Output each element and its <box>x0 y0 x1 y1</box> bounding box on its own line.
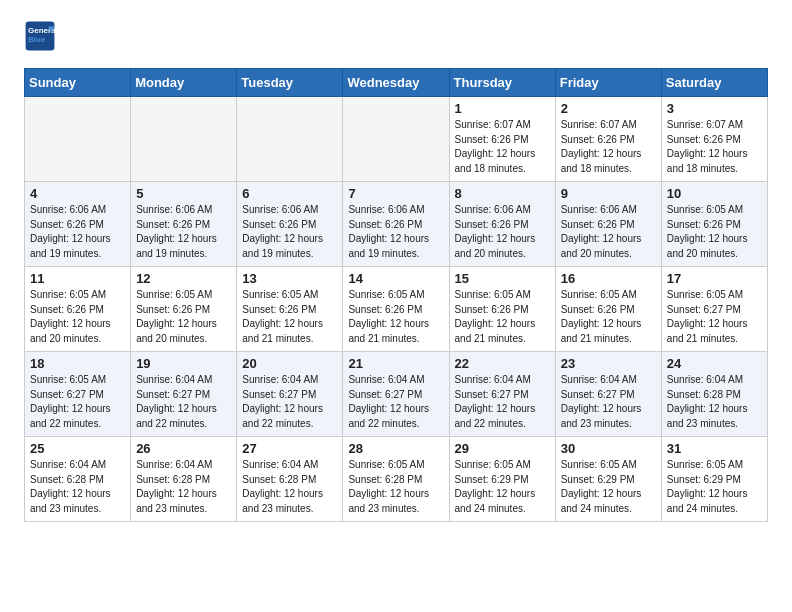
calendar-cell: 10Sunrise: 6:05 AMSunset: 6:26 PMDayligh… <box>661 182 767 267</box>
weekday-header-sunday: Sunday <box>25 69 131 97</box>
day-number: 8 <box>455 186 550 201</box>
calendar-cell: 18Sunrise: 6:05 AMSunset: 6:27 PMDayligh… <box>25 352 131 437</box>
day-info: Sunrise: 6:06 AMSunset: 6:26 PMDaylight:… <box>561 203 656 261</box>
logo: General Blue <box>24 20 60 52</box>
day-info: Sunrise: 6:04 AMSunset: 6:28 PMDaylight:… <box>30 458 125 516</box>
calendar-cell: 14Sunrise: 6:05 AMSunset: 6:26 PMDayligh… <box>343 267 449 352</box>
day-info: Sunrise: 6:06 AMSunset: 6:26 PMDaylight:… <box>455 203 550 261</box>
week-row-4: 18Sunrise: 6:05 AMSunset: 6:27 PMDayligh… <box>25 352 768 437</box>
day-info: Sunrise: 6:05 AMSunset: 6:26 PMDaylight:… <box>455 288 550 346</box>
day-number: 29 <box>455 441 550 456</box>
calendar-cell: 27Sunrise: 6:04 AMSunset: 6:28 PMDayligh… <box>237 437 343 522</box>
day-info: Sunrise: 6:06 AMSunset: 6:26 PMDaylight:… <box>242 203 337 261</box>
svg-text:Blue: Blue <box>28 35 46 44</box>
page: General Blue SundayMondayTuesdayWednesda… <box>0 0 792 542</box>
calendar-cell: 12Sunrise: 6:05 AMSunset: 6:26 PMDayligh… <box>131 267 237 352</box>
day-number: 4 <box>30 186 125 201</box>
day-number: 10 <box>667 186 762 201</box>
day-info: Sunrise: 6:05 AMSunset: 6:26 PMDaylight:… <box>667 203 762 261</box>
calendar-cell: 16Sunrise: 6:05 AMSunset: 6:26 PMDayligh… <box>555 267 661 352</box>
calendar-cell: 22Sunrise: 6:04 AMSunset: 6:27 PMDayligh… <box>449 352 555 437</box>
day-number: 6 <box>242 186 337 201</box>
day-number: 25 <box>30 441 125 456</box>
day-info: Sunrise: 6:04 AMSunset: 6:27 PMDaylight:… <box>242 373 337 431</box>
calendar-cell: 9Sunrise: 6:06 AMSunset: 6:26 PMDaylight… <box>555 182 661 267</box>
weekday-header-friday: Friday <box>555 69 661 97</box>
day-info: Sunrise: 6:05 AMSunset: 6:29 PMDaylight:… <box>455 458 550 516</box>
day-number: 31 <box>667 441 762 456</box>
calendar-cell: 5Sunrise: 6:06 AMSunset: 6:26 PMDaylight… <box>131 182 237 267</box>
day-number: 7 <box>348 186 443 201</box>
weekday-header-saturday: Saturday <box>661 69 767 97</box>
day-number: 22 <box>455 356 550 371</box>
calendar-cell: 4Sunrise: 6:06 AMSunset: 6:26 PMDaylight… <box>25 182 131 267</box>
calendar-cell <box>237 97 343 182</box>
day-number: 19 <box>136 356 231 371</box>
calendar-cell: 17Sunrise: 6:05 AMSunset: 6:27 PMDayligh… <box>661 267 767 352</box>
calendar-cell: 24Sunrise: 6:04 AMSunset: 6:28 PMDayligh… <box>661 352 767 437</box>
day-info: Sunrise: 6:05 AMSunset: 6:27 PMDaylight:… <box>30 373 125 431</box>
day-number: 17 <box>667 271 762 286</box>
calendar-cell: 26Sunrise: 6:04 AMSunset: 6:28 PMDayligh… <box>131 437 237 522</box>
day-number: 12 <box>136 271 231 286</box>
calendar-cell: 30Sunrise: 6:05 AMSunset: 6:29 PMDayligh… <box>555 437 661 522</box>
day-number: 30 <box>561 441 656 456</box>
day-info: Sunrise: 6:04 AMSunset: 6:27 PMDaylight:… <box>348 373 443 431</box>
calendar-cell: 6Sunrise: 6:06 AMSunset: 6:26 PMDaylight… <box>237 182 343 267</box>
calendar-cell: 1Sunrise: 6:07 AMSunset: 6:26 PMDaylight… <box>449 97 555 182</box>
calendar-cell: 28Sunrise: 6:05 AMSunset: 6:28 PMDayligh… <box>343 437 449 522</box>
calendar-cell: 15Sunrise: 6:05 AMSunset: 6:26 PMDayligh… <box>449 267 555 352</box>
day-info: Sunrise: 6:05 AMSunset: 6:26 PMDaylight:… <box>136 288 231 346</box>
day-number: 21 <box>348 356 443 371</box>
week-row-3: 11Sunrise: 6:05 AMSunset: 6:26 PMDayligh… <box>25 267 768 352</box>
day-info: Sunrise: 6:05 AMSunset: 6:29 PMDaylight:… <box>667 458 762 516</box>
day-number: 24 <box>667 356 762 371</box>
weekday-header-tuesday: Tuesday <box>237 69 343 97</box>
weekday-header-thursday: Thursday <box>449 69 555 97</box>
day-info: Sunrise: 6:07 AMSunset: 6:26 PMDaylight:… <box>455 118 550 176</box>
day-number: 20 <box>242 356 337 371</box>
calendar-cell: 3Sunrise: 6:07 AMSunset: 6:26 PMDaylight… <box>661 97 767 182</box>
calendar-cell <box>131 97 237 182</box>
week-row-1: 1Sunrise: 6:07 AMSunset: 6:26 PMDaylight… <box>25 97 768 182</box>
calendar-cell: 11Sunrise: 6:05 AMSunset: 6:26 PMDayligh… <box>25 267 131 352</box>
day-number: 28 <box>348 441 443 456</box>
day-info: Sunrise: 6:06 AMSunset: 6:26 PMDaylight:… <box>348 203 443 261</box>
day-number: 5 <box>136 186 231 201</box>
day-number: 11 <box>30 271 125 286</box>
day-number: 2 <box>561 101 656 116</box>
header: General Blue <box>24 20 768 52</box>
day-info: Sunrise: 6:05 AMSunset: 6:26 PMDaylight:… <box>561 288 656 346</box>
day-number: 26 <box>136 441 231 456</box>
day-info: Sunrise: 6:04 AMSunset: 6:27 PMDaylight:… <box>136 373 231 431</box>
day-info: Sunrise: 6:06 AMSunset: 6:26 PMDaylight:… <box>136 203 231 261</box>
calendar-cell: 20Sunrise: 6:04 AMSunset: 6:27 PMDayligh… <box>237 352 343 437</box>
logo-icon: General Blue <box>24 20 56 52</box>
calendar-cell: 31Sunrise: 6:05 AMSunset: 6:29 PMDayligh… <box>661 437 767 522</box>
calendar-cell: 29Sunrise: 6:05 AMSunset: 6:29 PMDayligh… <box>449 437 555 522</box>
day-info: Sunrise: 6:05 AMSunset: 6:27 PMDaylight:… <box>667 288 762 346</box>
weekday-header-wednesday: Wednesday <box>343 69 449 97</box>
calendar-cell: 7Sunrise: 6:06 AMSunset: 6:26 PMDaylight… <box>343 182 449 267</box>
day-info: Sunrise: 6:07 AMSunset: 6:26 PMDaylight:… <box>561 118 656 176</box>
day-info: Sunrise: 6:04 AMSunset: 6:28 PMDaylight:… <box>667 373 762 431</box>
day-number: 13 <box>242 271 337 286</box>
calendar-cell: 8Sunrise: 6:06 AMSunset: 6:26 PMDaylight… <box>449 182 555 267</box>
calendar-cell: 19Sunrise: 6:04 AMSunset: 6:27 PMDayligh… <box>131 352 237 437</box>
day-info: Sunrise: 6:07 AMSunset: 6:26 PMDaylight:… <box>667 118 762 176</box>
calendar-cell: 21Sunrise: 6:04 AMSunset: 6:27 PMDayligh… <box>343 352 449 437</box>
day-info: Sunrise: 6:05 AMSunset: 6:26 PMDaylight:… <box>30 288 125 346</box>
week-row-5: 25Sunrise: 6:04 AMSunset: 6:28 PMDayligh… <box>25 437 768 522</box>
calendar-cell <box>343 97 449 182</box>
day-number: 23 <box>561 356 656 371</box>
day-info: Sunrise: 6:04 AMSunset: 6:28 PMDaylight:… <box>136 458 231 516</box>
day-number: 1 <box>455 101 550 116</box>
day-info: Sunrise: 6:04 AMSunset: 6:27 PMDaylight:… <box>561 373 656 431</box>
day-number: 14 <box>348 271 443 286</box>
calendar: SundayMondayTuesdayWednesdayThursdayFrid… <box>24 68 768 522</box>
calendar-cell: 2Sunrise: 6:07 AMSunset: 6:26 PMDaylight… <box>555 97 661 182</box>
day-info: Sunrise: 6:04 AMSunset: 6:27 PMDaylight:… <box>455 373 550 431</box>
day-info: Sunrise: 6:05 AMSunset: 6:28 PMDaylight:… <box>348 458 443 516</box>
calendar-cell <box>25 97 131 182</box>
weekday-header-row: SundayMondayTuesdayWednesdayThursdayFrid… <box>25 69 768 97</box>
